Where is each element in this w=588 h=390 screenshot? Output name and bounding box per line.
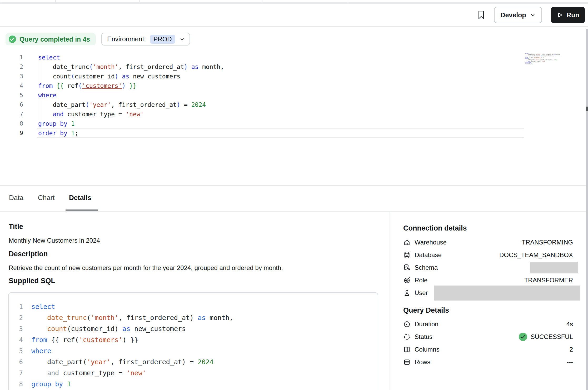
- query-row-status: Status SUCCESSFUL: [403, 331, 573, 343]
- role-icon: [403, 277, 411, 284]
- connection-details-heading: Connection details: [403, 224, 467, 232]
- success-check-icon: [519, 333, 527, 341]
- row-label: Columns: [415, 346, 440, 353]
- environment-selector[interactable]: Environment: PROD: [101, 33, 190, 46]
- status-pending-icon: [403, 333, 411, 341]
- sql-editor[interactable]: 1select2 date_trunc('month', first_order…: [0, 53, 584, 138]
- status-value: SUCCESSFUL: [531, 333, 573, 341]
- row-label: Schema: [415, 264, 438, 271]
- run-button[interactable]: Run: [551, 7, 585, 23]
- query-row-rows: Rows ---: [403, 356, 573, 368]
- row-label: Role: [415, 277, 427, 284]
- separator: [0, 185, 588, 186]
- connection-row-schema: Schema: [403, 261, 573, 274]
- indent-guide: [40, 62, 40, 81]
- duration-clock-icon: [403, 321, 411, 328]
- page-scrollbar-thumb[interactable]: [586, 107, 588, 111]
- indent-guide: [40, 100, 40, 119]
- query-status-pill: Query completed in 4s: [6, 33, 96, 45]
- columns-icon: [403, 346, 411, 353]
- tab-chart[interactable]: Chart: [38, 194, 55, 202]
- connection-row-user: User: [403, 287, 573, 299]
- tab-divider: [55, 0, 56, 2]
- database-value: DOCS_TEAM_SANDBOX: [499, 251, 573, 259]
- row-label: User: [415, 289, 428, 297]
- row-label: Status: [415, 333, 432, 341]
- connection-row-role: Role TRANSFORMER: [403, 274, 573, 287]
- tab-divider: [348, 0, 348, 2]
- supplied-sql-heading: Supplied SQL: [9, 277, 55, 285]
- schema-icon: [403, 264, 411, 271]
- tab-divider: [139, 0, 139, 2]
- chevron-down-icon: [180, 37, 185, 42]
- duration-value: 4s: [566, 321, 573, 328]
- supplied-sql-code-block: 1select2 date_trunc('month', first_order…: [8, 292, 378, 390]
- connection-row-database: Database DOCS_TEAM_SANDBOX: [403, 249, 573, 261]
- develop-label: Develop: [500, 11, 526, 19]
- top-tab-strip: [0, 0, 588, 2]
- row-label: Warehouse: [415, 239, 447, 246]
- query-row-columns: Columns 2: [403, 343, 573, 356]
- description-value: Retrieve the count of new customers per …: [9, 264, 283, 272]
- page-scrollbar-track[interactable]: [586, 29, 588, 390]
- tab-divider: [1, 0, 1, 2]
- row-label: Rows: [415, 358, 430, 366]
- description-heading: Description: [9, 250, 48, 258]
- role-value: TRANSFORMER: [524, 277, 573, 284]
- play-icon: [556, 12, 563, 18]
- tab-divider: [262, 0, 262, 2]
- user-value-redacted: [434, 286, 580, 301]
- database-icon: [403, 251, 411, 259]
- query-status-text: Query completed in 4s: [19, 36, 90, 43]
- run-label: Run: [566, 11, 579, 19]
- header-toolbar: Develop Run: [0, 4, 588, 27]
- row-label: Database: [415, 251, 442, 259]
- rows-icon: [403, 358, 411, 366]
- environment-label: Environment:: [107, 35, 146, 43]
- chevron-down-icon: [530, 12, 536, 18]
- query-row-duration: Duration 4s: [403, 318, 573, 331]
- connection-row-warehouse: Warehouse TRANSFORMING: [403, 236, 573, 249]
- schema-value-redacted: [530, 262, 578, 273]
- check-circle-icon: [9, 36, 16, 43]
- columns-value: 2: [570, 346, 573, 353]
- query-details-heading: Query Details: [403, 306, 449, 314]
- title-heading: Title: [9, 223, 23, 231]
- rows-value: ---: [567, 358, 573, 366]
- environment-value-badge: PROD: [150, 35, 175, 44]
- warehouse-icon: [403, 239, 411, 246]
- editor-minimap[interactable]: select date_trunc('month', first_ordered…: [525, 53, 554, 64]
- bookmark-icon[interactable]: [477, 10, 485, 20]
- row-label: Duration: [415, 321, 438, 328]
- tab-data[interactable]: Data: [9, 194, 23, 202]
- warehouse-value: TRANSFORMING: [522, 239, 573, 246]
- title-value: Monthly New Customers in 2024: [9, 237, 100, 244]
- user-icon: [403, 289, 411, 297]
- develop-dropdown-button[interactable]: Develop: [494, 7, 542, 23]
- tab-details[interactable]: Details: [69, 194, 91, 202]
- details-side-panel: Connection details Warehouse TRANSFORMIN…: [390, 212, 588, 390]
